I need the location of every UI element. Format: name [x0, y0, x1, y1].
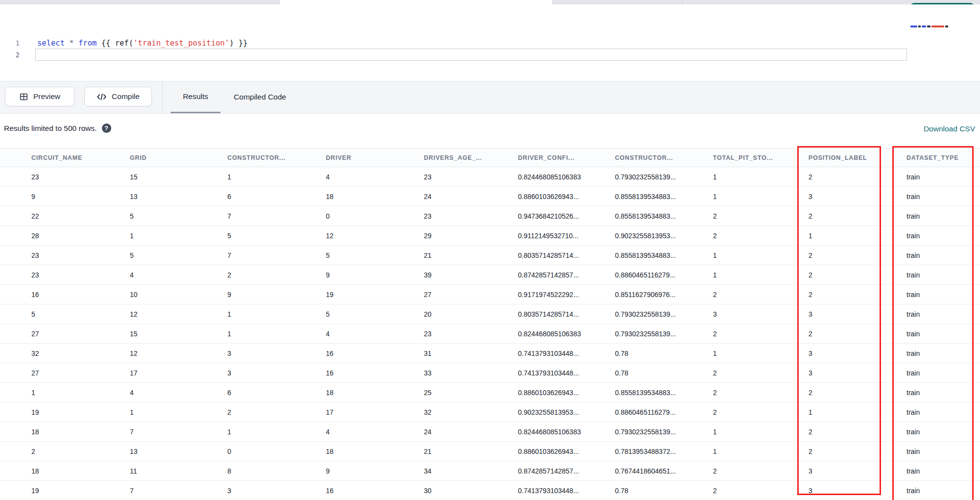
table-cell: 0.8035714285714... — [518, 251, 615, 259]
table-cell: 0.8860465116279... — [615, 271, 713, 279]
table-cell: 21 — [424, 251, 518, 259]
table-cell: 27 — [31, 369, 130, 377]
table-cell: 0.8860465116279... — [615, 408, 713, 416]
editor-tab-strip — [0, 0, 980, 4]
table-cell: 2 — [808, 173, 906, 181]
table-row: 1610919270.9171974522292...0.85116279069… — [0, 285, 980, 304]
table-cell: 7 — [227, 251, 326, 259]
compile-button[interactable]: Compile — [84, 87, 152, 106]
action-bar-divider — [162, 81, 163, 113]
table-cell: 23 — [424, 330, 518, 338]
table-cell: 5 — [326, 310, 424, 318]
table-cell: 2 — [713, 212, 808, 220]
table-cell: 4 — [130, 389, 227, 397]
tab-results[interactable]: Results — [171, 81, 220, 113]
table-cell: 0.9023255813953... — [615, 232, 713, 240]
table-cell: 9 — [326, 467, 424, 475]
table-cell: 18 — [326, 389, 424, 397]
table-cell: 24 — [424, 428, 518, 436]
table-cell: train — [906, 212, 980, 220]
table-cell: train — [906, 350, 980, 357]
table-row: 197316300.7413793103448...0.7823train — [0, 481, 980, 500]
table-cell: 2 — [713, 369, 808, 377]
table-cell: 2 — [31, 448, 130, 455]
table-cell: 18 — [326, 448, 424, 455]
table-cell: 1 — [713, 173, 808, 181]
table-cell: 27 — [424, 291, 518, 299]
table-cell: 7 — [130, 428, 227, 436]
column-header: DRIVERS_AGE_... — [424, 154, 518, 161]
table-cell: 5 — [326, 251, 424, 259]
table-cell: 1 — [713, 251, 808, 259]
table-cell: 2 — [808, 271, 906, 279]
table-cell: 30 — [424, 487, 518, 495]
code-line-1[interactable]: select * from {{ ref('train_test_positio… — [37, 38, 247, 48]
table-cell: 2 — [713, 389, 808, 397]
table-row: 51215200.8035714285714...0.7930232558139… — [0, 304, 980, 324]
table-cell: 5 — [130, 212, 227, 220]
table-row: 2717316330.7413793103448...0.7823train — [0, 363, 980, 383]
table-cell: 11 — [130, 467, 227, 475]
table-cell: 32 — [424, 408, 518, 416]
table-cell: 2 — [713, 487, 808, 495]
table-row: 181189340.8742857142857...0.767441860465… — [0, 461, 980, 481]
table-cell: 0.9023255813953... — [518, 408, 615, 416]
table-cell: 6 — [227, 389, 326, 397]
table-cell: 5 — [130, 251, 227, 259]
table-cell: 2 — [808, 212, 906, 220]
column-header: GRID — [130, 154, 227, 161]
table-cell: 0.7930232558139... — [615, 428, 713, 436]
preview-button[interactable]: Preview — [5, 87, 74, 106]
column-header: DRIVER — [326, 154, 424, 161]
table-cell: 17 — [326, 408, 424, 416]
table-cell: 3 — [808, 350, 906, 357]
table-cell: 1 — [227, 428, 326, 436]
table-cell: 2 — [227, 271, 326, 279]
table-cell: 10 — [130, 291, 227, 299]
table-cell: 18 — [326, 193, 424, 200]
download-csv-link[interactable]: Download CSV — [924, 125, 975, 133]
table-row: 191217320.9023255813953...0.886046511627… — [0, 402, 980, 422]
table-cell: 28 — [31, 232, 130, 240]
results-limit-text: Results limited to 500 rows. — [4, 124, 97, 133]
table-cell: 9 — [31, 193, 130, 200]
table-row: 18714240.8244680851063830.7930232558139.… — [0, 422, 980, 442]
table-cell: 1 — [713, 448, 808, 455]
code-token: * — [69, 39, 74, 48]
table-cell: 1 — [227, 310, 326, 318]
table-cell: 15 — [130, 330, 227, 338]
table-cell: 0.8742857142857... — [518, 271, 615, 279]
help-icon[interactable]: ? — [102, 124, 111, 133]
table-cell: 1 — [713, 350, 808, 357]
results-table: CIRCUIT_NAMEGRIDCONSTRUCTOR...DRIVERDRIV… — [0, 148, 980, 500]
table-cell: 0.8860103626943... — [518, 389, 615, 397]
table-row: 23429390.8742857142857...0.8860465116279… — [0, 265, 980, 285]
minimap-segment — [918, 25, 921, 27]
table-cell: 2 — [713, 467, 808, 475]
column-header: CONSTRUCTOR... — [615, 154, 713, 161]
table-cell: 2 — [227, 408, 326, 416]
table-cell: 1 — [713, 193, 808, 200]
tab-strip-divider — [682, 0, 683, 4]
sql-code-editor[interactable]: 1 2 select * from {{ ref('train_test_pos… — [0, 4, 980, 81]
table-cell: 2 — [713, 232, 808, 240]
table-cell: 3 — [227, 369, 326, 377]
tab-compiled-code[interactable]: Compiled Code — [224, 81, 295, 113]
compile-label: Compile — [112, 92, 140, 101]
table-cell: 19 — [326, 291, 424, 299]
table-cell: 0.824468085106383 — [518, 428, 615, 436]
table-cell: 3 — [713, 310, 808, 318]
code-token — [65, 39, 69, 48]
code-token: {{ ref( — [97, 39, 133, 48]
table-cell: train — [906, 251, 980, 259]
active-file-tab[interactable] — [279, 0, 553, 4]
table-cell: 19 — [31, 487, 130, 495]
table-cell: 2 — [713, 408, 808, 416]
table-cell: 2 — [808, 330, 906, 338]
table-cell: 0.8558139534883... — [615, 389, 713, 397]
table-cell: 4 — [130, 271, 227, 279]
table-cell: 1 — [130, 232, 227, 240]
table-cell: train — [906, 291, 980, 299]
table-cell: 39 — [424, 271, 518, 279]
minimap-segment — [927, 25, 931, 27]
